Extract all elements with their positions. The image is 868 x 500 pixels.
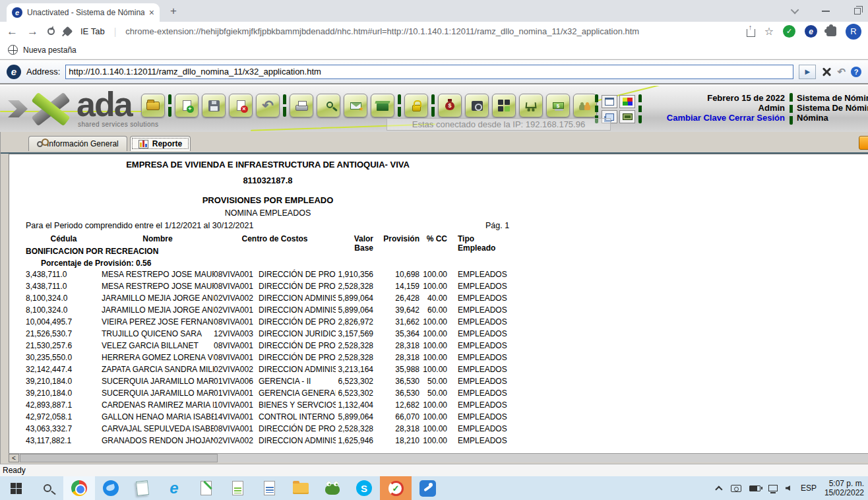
cart-button[interactable]	[519, 94, 543, 117]
search-icon	[44, 484, 51, 492]
taskbar-skype[interactable]: S	[348, 476, 380, 500]
extension-ietab-icon[interactable]: e	[805, 25, 817, 38]
tray-chevron-icon[interactable]	[715, 485, 722, 493]
column-header: Centro de Costos	[214, 234, 336, 253]
omnibox-url[interactable]: chrome-extension://hehijbfgiekmjfkfjpbkb…	[125, 26, 737, 36]
print-button[interactable]	[290, 94, 313, 117]
toolbar-separator	[283, 94, 286, 117]
bookmark-star-icon[interactable]: ☆	[764, 25, 774, 38]
open-folder-button[interactable]	[141, 94, 165, 117]
ie-address-bar: e Address: ▶ ↶ ?	[0, 59, 868, 84]
extensions-puzzle-icon[interactable]	[826, 26, 836, 36]
reload-button[interactable]	[47, 28, 55, 35]
toolbar-separator	[168, 94, 171, 117]
scroll-left-button[interactable]: <	[9, 454, 19, 462]
taskbar-thunderbird[interactable]	[95, 476, 127, 500]
new-document-button[interactable]: +	[175, 94, 199, 117]
taskbar-file-explorer[interactable]	[285, 476, 317, 500]
new-tab-button[interactable]: +	[165, 3, 182, 20]
taskbar-calc[interactable]	[222, 476, 253, 500]
taskbar-checker-app[interactable]: ✓	[380, 476, 412, 500]
taskbar-frog-app[interactable]	[317, 476, 348, 500]
session-block: Febrero 15 de 2022 Admin Cambiar Clave C…	[667, 93, 785, 123]
payments-button[interactable]: $	[546, 94, 570, 117]
tab-search-button[interactable]	[782, 0, 809, 22]
export-mail-button[interactable]	[344, 94, 367, 117]
status-text: Ready	[3, 466, 26, 475]
tab-reporte[interactable]: Reporte	[130, 136, 191, 151]
start-button[interactable]	[0, 476, 32, 500]
refresh-arrow-icon[interactable]: ↶	[837, 66, 846, 78]
horizontal-scrollbar[interactable]: <	[9, 453, 868, 462]
clock-time: 5:07 p. m.	[824, 479, 864, 488]
list-icon	[605, 98, 614, 106]
forward-button[interactable]: →	[27, 26, 38, 37]
search-button[interactable]	[317, 94, 340, 117]
box-icon	[377, 104, 388, 111]
notepad-icon	[136, 480, 149, 496]
ietab-pin-icon[interactable]	[63, 26, 73, 37]
taskbar-writer[interactable]	[253, 476, 285, 500]
modules-button[interactable]	[492, 94, 516, 117]
meet-now-icon[interactable]	[731, 485, 741, 492]
browser-tab[interactable]: e Unactivated - Sistema de Nómina ×	[7, 3, 160, 22]
minimize-button[interactable]	[813, 0, 839, 22]
safe-button[interactable]	[465, 94, 489, 117]
mail-icon	[350, 102, 361, 109]
status-bar: Ready	[0, 464, 868, 476]
lock-button[interactable]	[404, 94, 428, 117]
cancel-icon: ×	[237, 100, 245, 111]
network-icon[interactable]	[768, 485, 778, 491]
connection-status: Estas conectado desde la IP: 192.168.175…	[387, 118, 611, 131]
panel-corner-button[interactable]	[859, 136, 868, 150]
go-button[interactable]: ▶	[799, 65, 816, 79]
map-button[interactable]	[619, 95, 635, 108]
new-document-icon: +	[183, 100, 191, 111]
runner-icon	[419, 480, 436, 497]
taskbar-notepad[interactable]	[127, 476, 158, 500]
volume-icon[interactable]	[786, 485, 790, 491]
save-icon	[208, 100, 220, 111]
taskbar-internet-explorer[interactable]: e	[158, 476, 190, 500]
taskbar-chrome[interactable]	[63, 476, 95, 500]
undo-button[interactable]: ↶	[256, 94, 280, 117]
table-row: 43,063,332.7 CARVAJAL SEPULVEDA ISABEL C…	[9, 423, 524, 435]
taskbar-editor[interactable]	[190, 476, 222, 500]
help-icon[interactable]: ?	[851, 67, 861, 77]
bookmark-new-tab[interactable]: Nueva pestaña	[23, 46, 77, 55]
restore-button[interactable]	[844, 0, 868, 22]
tab-title: Unactivated - Sistema de Nómina	[27, 8, 144, 17]
table-row: 43,117,882.1 GRANADOS RENDON JHOJANNA AI…	[9, 435, 524, 447]
tools-icon[interactable]	[821, 67, 832, 77]
taskbar-runner-app[interactable]	[412, 476, 443, 500]
save-button[interactable]	[202, 94, 226, 117]
back-button[interactable]: ←	[7, 26, 18, 37]
chevron-down-icon	[790, 6, 799, 15]
battery-icon[interactable]	[749, 485, 760, 491]
logout-link[interactable]: Cerrar Sesión	[729, 113, 785, 123]
address-input[interactable]	[65, 65, 793, 79]
profile-avatar[interactable]: R	[846, 24, 861, 40]
company-name: EMPRESA DE VIVIENDA E INFRAESTRUCTURA DE…	[24, 160, 512, 170]
taskbar-search-button[interactable]	[32, 476, 63, 500]
share-icon[interactable]	[747, 29, 755, 37]
report-list-button[interactable]	[602, 95, 617, 108]
tab-informacion-general[interactable]: Información General	[28, 136, 127, 151]
calculator-button[interactable]	[619, 110, 635, 123]
open-box-button[interactable]	[371, 94, 394, 117]
report-subtitle: NOMINA EMPLEADOS	[24, 208, 512, 218]
taskbar-clock[interactable]: 5:07 p. m. 15/02/2022	[824, 479, 864, 497]
cancel-button[interactable]: ×	[229, 94, 253, 117]
table-row: 39,210,184.0 SUCERQUIA JARAMILLO MARIA F…	[9, 375, 524, 387]
money-bag-button[interactable]: $	[438, 94, 462, 117]
scroll-thumb[interactable]	[20, 454, 218, 462]
report-panel: EMPRESA DE VIVIENDA E INFRAESTRUCTURA DE…	[9, 154, 868, 453]
chrome-icon	[71, 480, 87, 496]
extension-check-icon[interactable]: ✓	[783, 25, 795, 38]
users-button[interactable]	[573, 94, 597, 117]
tab-close-icon[interactable]: ×	[149, 8, 154, 17]
address-label: Address:	[26, 67, 60, 77]
table-row: 21,526,530.7 TRUJILLO QUICENO SARA 12VIV…	[9, 328, 524, 340]
change-password-link[interactable]: Cambiar Clave	[667, 113, 726, 123]
language-indicator[interactable]: ESP	[801, 484, 817, 493]
